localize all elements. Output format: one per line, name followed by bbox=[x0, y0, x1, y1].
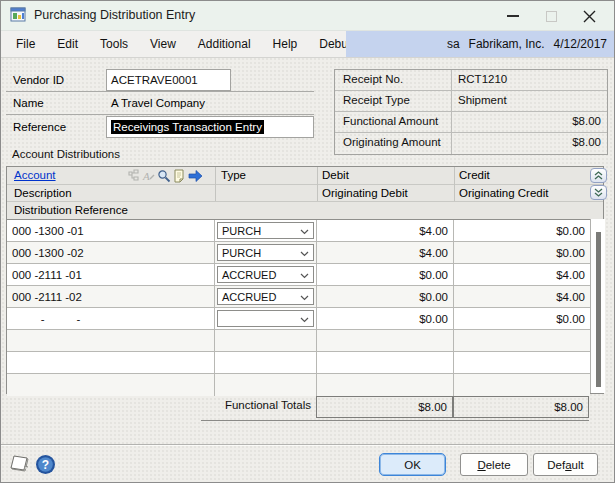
distribution-grid: Account A Type Debit Credit Description … bbox=[6, 166, 604, 394]
svg-text:A: A bbox=[142, 170, 150, 182]
delete-button[interactable]: Delete bbox=[460, 453, 528, 476]
functional-amount-value: $8.00 bbox=[452, 112, 607, 132]
receipt-type-value: Shipment bbox=[452, 91, 607, 111]
scrollbar-thumb[interactable] bbox=[596, 232, 601, 387]
type-column-header: Type bbox=[221, 169, 246, 181]
ok-button[interactable]: OK bbox=[379, 453, 446, 476]
type-cell: PURCH bbox=[215, 242, 317, 263]
debit-cell[interactable]: $0.00 bbox=[317, 264, 454, 285]
expand-arrow-icon[interactable] bbox=[188, 169, 203, 183]
close-icon bbox=[583, 10, 596, 23]
credit-cell[interactable]: $4.00 bbox=[454, 286, 590, 307]
account-cell[interactable]: 000 -2111 -01 bbox=[7, 264, 215, 285]
account-cell[interactable]: 000 -1300 -02 bbox=[7, 242, 215, 263]
receipt-no-value: RCT1210 bbox=[452, 70, 607, 90]
reference-value-selected: Receivings Transaction Entry bbox=[111, 120, 264, 134]
credit-cell[interactable] bbox=[454, 352, 590, 373]
account-column-link[interactable]: Account bbox=[14, 169, 56, 181]
section-title: Account Distributions bbox=[12, 148, 120, 160]
type-dropdown[interactable]: PURCH bbox=[217, 222, 314, 239]
distribution-row: 000 -2111 -01 ACCRUED $0.00 $4.00 bbox=[7, 264, 590, 286]
help-question-icon: ? bbox=[35, 454, 56, 475]
chevron-down-icon bbox=[300, 273, 309, 279]
purchasing-distribution-entry-window: Purchasing Distribution Entry File Edit … bbox=[0, 0, 615, 483]
receipt-info-panel: Receipt No. RCT1210 Receipt Type Shipmen… bbox=[334, 69, 608, 155]
credit-cell[interactable] bbox=[454, 330, 590, 351]
originating-debit-header: Originating Debit bbox=[322, 187, 408, 199]
divider bbox=[6, 114, 314, 115]
distribution-row-empty bbox=[7, 352, 590, 374]
type-dropdown[interactable]: ACCRUED bbox=[217, 288, 314, 305]
account-hierarchy-icon[interactable] bbox=[127, 169, 140, 182]
debit-cell[interactable]: $4.00 bbox=[317, 242, 454, 263]
debit-cell[interactable] bbox=[317, 330, 454, 351]
reference-field[interactable]: Receivings Transaction Entry bbox=[106, 116, 314, 138]
originating-amount-row: Originating Amount $8.00 bbox=[335, 133, 607, 154]
default-button[interactable]: Default bbox=[533, 453, 598, 476]
credit-cell[interactable]: $0.00 bbox=[454, 308, 590, 329]
debit-cell[interactable]: $4.00 bbox=[317, 220, 454, 241]
chevron-down-icon bbox=[300, 295, 309, 301]
minimize-button[interactable] bbox=[494, 2, 532, 30]
receipt-no-label: Receipt No. bbox=[335, 70, 452, 90]
debit-cell[interactable]: $0.00 bbox=[317, 308, 454, 329]
menu-help[interactable]: Help bbox=[262, 31, 309, 57]
maximize-button[interactable] bbox=[532, 2, 570, 30]
vendor-id-value: ACETRAVE0001 bbox=[111, 74, 198, 86]
edit-account-icon[interactable]: A bbox=[142, 169, 155, 182]
titlebar: Purchasing Distribution Entry bbox=[1, 1, 614, 31]
svg-text:?: ? bbox=[42, 458, 49, 472]
receipt-type-label: Receipt Type bbox=[335, 91, 452, 111]
context-bar: sa Fabrikam, Inc. 4/12/2017 bbox=[346, 31, 614, 57]
double-chevron-down-icon bbox=[594, 188, 603, 197]
type-dropdown[interactable] bbox=[217, 310, 314, 327]
type-dropdown[interactable]: ACCRUED bbox=[217, 266, 314, 283]
functional-amount-label: Functional Amount bbox=[335, 112, 452, 132]
account-cell[interactable] bbox=[7, 352, 215, 373]
lookup-icon[interactable] bbox=[157, 169, 171, 183]
menu-view[interactable]: View bbox=[139, 31, 187, 57]
credit-cell[interactable] bbox=[454, 374, 590, 396]
window-title: Purchasing Distribution Entry bbox=[34, 8, 195, 22]
minimize-icon bbox=[507, 15, 519, 17]
credit-cell[interactable]: $0.00 bbox=[454, 242, 590, 263]
account-cell[interactable]: 000 -2111 -02 bbox=[7, 286, 215, 307]
debit-cell[interactable]: $0.00 bbox=[317, 286, 454, 307]
user-date[interactable]: 4/12/2017 bbox=[554, 37, 607, 51]
originating-credit-header: Originating Credit bbox=[459, 187, 548, 199]
help-button[interactable]: ? bbox=[35, 454, 56, 479]
menu-file[interactable]: File bbox=[5, 31, 46, 57]
current-user[interactable]: sa bbox=[447, 37, 460, 51]
close-button[interactable] bbox=[570, 2, 608, 30]
credit-cell[interactable]: $4.00 bbox=[454, 264, 590, 285]
type-cell: ACCRUED bbox=[215, 264, 317, 285]
name-label: Name bbox=[13, 97, 44, 109]
menu-additional[interactable]: Additional bbox=[187, 31, 262, 57]
type-cell: ACCRUED bbox=[215, 286, 317, 307]
debit-cell[interactable] bbox=[317, 352, 454, 373]
distribution-row-new: - - $0.00 $0.00 bbox=[7, 308, 590, 330]
account-cell[interactable] bbox=[7, 374, 215, 396]
totals-underline bbox=[201, 420, 589, 421]
type-dropdown[interactable]: PURCH bbox=[217, 244, 314, 261]
grid-body: 000 -1300 -01 PURCH $4.00 $0.00 000 -130… bbox=[7, 219, 590, 395]
distribution-row: 000 -2111 -02 ACCRUED $0.00 $4.00 bbox=[7, 286, 590, 308]
debit-cell[interactable] bbox=[317, 374, 454, 396]
notes-button[interactable] bbox=[9, 453, 33, 481]
grid-scrollbar[interactable] bbox=[590, 219, 605, 393]
account-cell[interactable]: 000 -1300 -01 bbox=[7, 220, 215, 241]
type-cell: PURCH bbox=[215, 220, 317, 241]
note-icon[interactable] bbox=[173, 169, 186, 183]
menu-edit[interactable]: Edit bbox=[46, 31, 89, 57]
scroll-up-button[interactable] bbox=[590, 168, 607, 183]
credit-cell[interactable]: $0.00 bbox=[454, 220, 590, 241]
scroll-down-button[interactable] bbox=[590, 185, 607, 200]
account-cell[interactable] bbox=[7, 330, 215, 351]
menu-tools[interactable]: Tools bbox=[89, 31, 139, 57]
originating-amount-label: Originating Amount bbox=[335, 133, 452, 154]
distribution-row-empty bbox=[7, 330, 590, 352]
vendor-id-field[interactable]: ACETRAVE0001 bbox=[106, 69, 231, 91]
distribution-row: 000 -1300 -01 PURCH $4.00 $0.00 bbox=[7, 220, 590, 242]
company-name[interactable]: Fabrikam, Inc. bbox=[469, 37, 545, 51]
account-cell[interactable]: - - bbox=[7, 308, 215, 329]
